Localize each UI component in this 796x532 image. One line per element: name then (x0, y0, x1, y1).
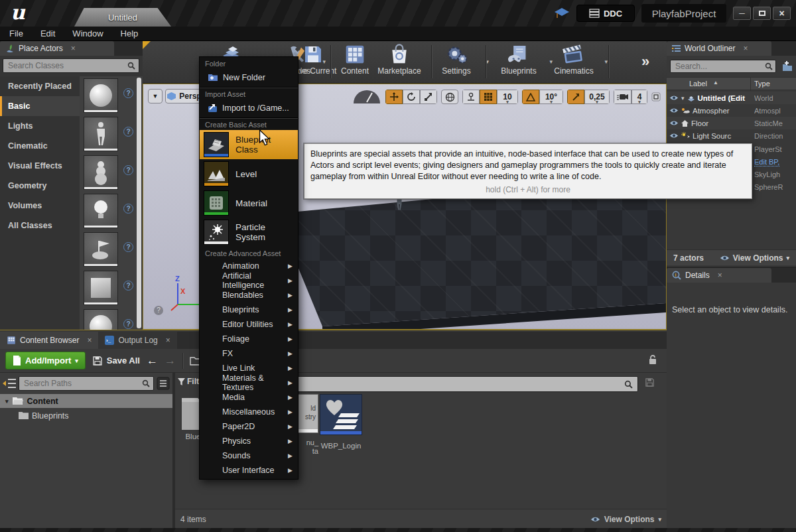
menu-item-blendables[interactable]: Blendables▶ (200, 288, 298, 302)
outliner-row-atmosphere[interactable]: Atmospher Atmospl (667, 104, 796, 117)
placeable-cube[interactable]: ? (80, 269, 143, 307)
menu-edit[interactable]: Edit (40, 29, 55, 38)
asset-wbp-login[interactable]: WBP_Login (320, 394, 362, 450)
viewport-help-icon[interactable]: ? (154, 306, 163, 315)
tab-details[interactable]: i Details × (667, 268, 771, 283)
placeable-sphere[interactable]: ? (80, 76, 143, 115)
graduation-cap-icon[interactable] (554, 7, 570, 19)
add-import-button[interactable]: Add/Import ▾ (5, 352, 86, 369)
close-tab-icon[interactable]: × (166, 336, 170, 345)
rotate-tool-button[interactable] (403, 90, 420, 104)
cb-view-options[interactable]: View Options (604, 515, 655, 524)
world-coordinate-button[interactable] (441, 90, 458, 104)
category-volumes[interactable]: Volumes (0, 196, 80, 216)
scale-tool-button[interactable] (420, 90, 437, 104)
menu-item-sounds[interactable]: Sounds▶ (200, 448, 298, 463)
menu-window[interactable]: Window (72, 29, 103, 38)
outliner-row-world[interactable]: ▾ Untitled (Edit World (667, 92, 796, 104)
category-lights[interactable]: Lights (0, 116, 80, 136)
outliner-search-input[interactable] (670, 60, 776, 73)
move-tool-button[interactable] (385, 90, 403, 104)
menu-item-import-to-game[interactable]: Import to /Game... (200, 100, 298, 117)
category-cinematic[interactable]: Cinematic (0, 136, 80, 156)
close-tab-icon[interactable]: × (87, 336, 92, 345)
viewport-options-dropdown[interactable]: ▼ (148, 89, 163, 103)
eye-icon[interactable] (669, 107, 679, 113)
scrollbar[interactable] (137, 78, 141, 328)
menu-item-level[interactable]: Level (200, 159, 298, 188)
menu-item-fx[interactable]: FX▶ (200, 346, 298, 361)
camera-speed-value[interactable]: 4 ▾ (631, 90, 647, 104)
row-label[interactable]: Light Sourc (693, 132, 731, 140)
category-recently-placed[interactable]: Recently Placed (0, 76, 80, 96)
menu-item-artificial-intelligence[interactable]: Artificial Intelligence▶ (200, 273, 298, 288)
category-visual-effects[interactable]: Visual Effects (0, 156, 80, 176)
blueprints-button[interactable]: Blueprints ▾ (489, 44, 549, 76)
outliner-row-light[interactable]: Light Sourc Direction (667, 129, 796, 142)
category-geometry[interactable]: Geometry (0, 176, 80, 196)
placeable-stack[interactable]: ? (80, 153, 143, 192)
minimize-button[interactable]: ─ (733, 7, 751, 20)
eye-icon[interactable] (669, 95, 679, 101)
marketplace-button[interactable]: Marketplace (369, 44, 429, 76)
save-search-icon[interactable] (645, 377, 655, 387)
menu-item-paper2d[interactable]: Paper2D▶ (200, 419, 298, 434)
lock-icon[interactable] (648, 354, 657, 366)
menu-item-new-folder[interactable]: New Folder (200, 69, 298, 86)
surface-snap-button[interactable] (462, 90, 480, 104)
placeable-player-start[interactable]: ? (80, 230, 143, 269)
category-basic[interactable]: Basic (0, 96, 80, 116)
outliner-view-options[interactable]: View Options (733, 253, 783, 263)
close-tab-icon[interactable]: × (743, 44, 748, 53)
tab-output-log[interactable]: ›_ Output Log × (98, 332, 176, 349)
menu-item-physics[interactable]: Physics▶ (200, 434, 298, 448)
angle-snap-button[interactable] (522, 90, 539, 104)
forward-arrow-icon[interactable]: → (165, 354, 176, 367)
type-column-header[interactable]: Type (754, 80, 770, 88)
eye-icon[interactable] (669, 120, 679, 126)
outliner-column-header[interactable]: Label ▲ Type (667, 77, 796, 90)
grid-snap-button[interactable] (480, 90, 497, 104)
grid-size-value[interactable]: 10 ▾ (497, 90, 518, 104)
column-divider[interactable] (750, 78, 751, 91)
save-all-button[interactable]: Save All (92, 356, 140, 366)
label-column-header[interactable]: Label (689, 80, 707, 88)
row-label[interactable]: Atmospher (693, 107, 730, 115)
tab-content-browser[interactable]: Content Browser × (0, 332, 98, 349)
search-classes-input[interactable] (3, 58, 139, 73)
level-tab[interactable]: Untitled (74, 8, 171, 27)
toolbar-expand-chevrons[interactable]: » (641, 53, 649, 70)
placeable-light[interactable]: ? (80, 192, 143, 230)
list-view-icon[interactable] (157, 377, 170, 390)
menu-item-media[interactable]: Media▶ (200, 390, 298, 405)
close-button[interactable]: × (773, 7, 791, 20)
menu-item-materials-textures[interactable]: Materials & Textures▶ (200, 375, 298, 390)
camera-speed-button[interactable] (614, 90, 631, 104)
back-arrow-icon[interactable]: ← (147, 354, 158, 367)
tree-item-content[interactable]: ▾ Content (0, 394, 172, 408)
settings-button[interactable]: Settings ▾ (427, 44, 486, 76)
menu-file[interactable]: File (9, 29, 23, 38)
maximize-button[interactable] (753, 7, 771, 20)
menu-item-material[interactable]: Material (200, 188, 298, 218)
angle-snap-value[interactable]: 10° ▾ (539, 90, 563, 104)
tree-item-blueprints[interactable]: Blueprints (0, 409, 172, 423)
cinematics-button[interactable]: Cinematics ▾ (544, 44, 604, 76)
sources-toggle-icon[interactable] (3, 378, 16, 389)
row-label[interactable]: Untitled (Edit (698, 94, 746, 102)
menu-item-editor-utilities[interactable]: Editor Utilities▶ (200, 317, 298, 332)
menu-item-blueprint-class[interactable]: Blueprint Class (200, 130, 298, 159)
maximize-viewport-icon[interactable] (651, 92, 661, 101)
ddc-button[interactable]: DDC (576, 5, 635, 22)
menu-item-foliage[interactable]: Foliage▶ (200, 332, 298, 346)
outliner-row-floor[interactable]: Floor StaticMe (667, 117, 796, 129)
scale-snap-value[interactable]: 0,25 ▾ (584, 90, 610, 104)
placeable-character[interactable]: ? (80, 115, 143, 153)
tab-world-outliner[interactable]: World Outliner × (667, 41, 771, 56)
eye-icon[interactable] (669, 133, 679, 139)
menu-item-miscellaneous[interactable]: Miscellaneous▶ (200, 405, 298, 419)
close-tab-icon[interactable]: × (71, 44, 76, 53)
menu-item-particle-system[interactable]: Particle System (200, 218, 298, 247)
menu-item-blueprints[interactable]: Blueprints▶ (200, 302, 298, 317)
expander-icon[interactable]: ▾ (681, 95, 685, 101)
